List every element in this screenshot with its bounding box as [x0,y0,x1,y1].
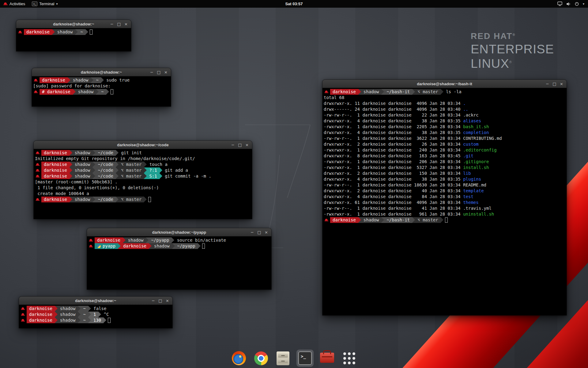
terminal-text: -rw-rw-r--. 1 darknoise darknoise 18630 … [324,182,463,188]
system-status-area[interactable]: ▾ [557,0,588,8]
minimize-button[interactable]: − [108,22,115,26]
terminal-line: darknoiseshadow~1 ^C [20,312,172,317]
terminal-text: -rwxrwxr-x. 1 darknoise darknoise 961 Ja… [324,211,463,217]
terminal-line: drwxrwxr-x. 4 darknoise darknoise 38 Jan… [324,130,567,136]
titlebar[interactable]: darknoise@shadow:~ − □ × [32,68,171,76]
prompt-segment-path: ~/code [95,197,116,202]
powerline-arrow-shape [358,89,361,94]
dock-chrome-button[interactable] [252,350,270,367]
powerline-arrow-shape [96,89,99,94]
prompt-segment-user: darknoise [27,312,55,317]
powerline-arrow-shape [92,150,95,155]
titlebar[interactable]: darknoise@shadow:~ − □ × [19,297,172,305]
close-button[interactable]: × [123,22,130,26]
window-title: darknoise@shadow:~ [81,70,122,75]
titlebar[interactable]: darknoise@shadow:~/bash-it − □ × [322,80,567,88]
dock-toolbox-button[interactable] [318,350,336,367]
powerline-arrow-icon [92,167,95,173]
app-menu-terminal[interactable]: >_ Terminal ▾ [28,0,61,8]
terminal-window-home-1: darknoise@shadow:~ − □ × darknoiseshadow… [16,20,131,51]
terminal-content[interactable]: darknoiseshadow~/pyapp source bin/activa… [87,236,271,289]
terminal-text: drwxrwxr-x. 8 darknoise darknoise 163 Ja… [324,153,463,159]
minimize-button[interactable]: − [544,82,551,86]
terminal-line: darknoiseshadow~130 [20,317,172,323]
app-grid-icon [343,352,355,364]
clock[interactable]: Sat 03:57 [283,0,304,8]
dock-files-button[interactable] [274,350,292,367]
powerline-arrow-icon [70,162,72,167]
window-controls: − □ × [229,141,251,149]
powerline-arrow-shape [92,162,95,167]
powerline-arrow-shape [70,173,72,179]
minimize-button[interactable]: − [148,70,155,75]
terminal-content[interactable]: darknoiseshadow~ sudo true[sudo] passwor… [32,76,171,106]
powerline-arrow-shape [92,167,95,173]
terminal-line: darknoiseshadow~/code⌥ master touch a [35,162,252,167]
powerline-arrow-icon [172,243,175,249]
powerline-arrow-shape [441,89,443,94]
window-controls: − □ × [150,297,171,305]
redhat-prompt-icon [36,174,40,178]
maximize-button[interactable]: □ [256,230,263,235]
toolbox-icon [320,353,334,363]
dock-terminal-button[interactable]: >_ [296,350,314,367]
terminal-line: [master (root-commit) 50bcb63] . [35,179,252,185]
powerline-arrow-shape [75,29,78,35]
maximize-button[interactable]: □ [155,70,162,75]
powerline-arrow-icon [55,312,58,317]
powerline-arrow-shape [441,217,443,223]
grid-dot [343,352,346,355]
close-button[interactable]: × [164,298,171,303]
minimize-button[interactable]: − [249,230,256,235]
terminal-content[interactable]: darknoiseshadow~/code git initInitialize… [34,149,252,219]
powerline-arrow-shape [70,167,72,173]
terminal-text: create mode 100644 a [35,191,89,197]
powerline-arrow-icon [116,150,119,156]
titlebar[interactable]: darknoise@shadow:~/code − □ × [34,141,252,149]
app-menu-label: Terminal [39,2,54,6]
titlebar[interactable]: darknoise@shadow:~ − □ × [16,20,131,28]
terminal-text: -rwxrwxr-x. 1 darknoise darknoise 5327 J… [324,165,463,171]
close-button[interactable]: × [558,82,565,86]
redhat-prompt-icon [36,163,40,166]
terminal-line: drwxrwxr-x. 8 darknoise darknoise 163 Ja… [324,153,567,159]
minimize-button[interactable]: − [229,143,236,147]
powerline-arrow-shape [172,243,175,249]
terminal-window-home-2: darknoise@shadow:~ − □ × darknoiseshadow… [19,297,172,328]
grid-dot [352,357,355,360]
maximize-button[interactable]: □ [115,22,123,26]
terminal-content[interactable]: darknoiseshadow~ falsedarknoiseshadow~1 … [19,305,172,328]
drawer-shape [278,359,288,363]
terminal-line: -rwxrwxr-x. 1 darknoise darknoise 206 Ja… [324,159,567,165]
powerline-arrow-icon [118,243,121,249]
prompt-segment-host: shadow [58,312,78,317]
terminal-content[interactable]: darknoiseshadow~/bash-it⌥ master ls -lat… [322,88,567,315]
chevron-down-icon: ▾ [56,2,58,6]
close-button[interactable]: × [243,143,251,147]
terminal-text: .travis.yml [463,205,492,211]
close-button[interactable]: × [162,70,169,75]
powerline-arrow-shape [381,89,384,94]
window-controls: − □ × [148,68,169,76]
prompt-segment-path: ~ [93,77,101,83]
minimize-button[interactable]: − [150,298,157,303]
powerline-arrow-icon [358,89,361,95]
dock-firefox-button[interactable] [230,350,247,367]
maximize-button[interactable]: □ [157,298,164,303]
maximize-button[interactable]: □ [236,143,243,147]
terminal-content[interactable]: darknoiseshadow~ [16,28,131,51]
window-title: darknoise@shadow:~/bash-it [417,82,472,86]
powerline-arrow-icon [144,173,147,179]
terminal-text: -rwxrwxr-x. 1 darknoise darknoise 2205 J… [324,124,463,130]
close-button[interactable]: × [263,230,270,235]
powerline-arrow-shape [55,306,58,311]
terminal-line: total 68 [324,95,567,101]
powerline-arrow-shape [146,237,149,243]
chrome-icon [254,351,268,365]
activities-button[interactable]: Activities [0,0,28,8]
prompt-segment-path: ~/pyapp [175,243,198,249]
maximize-button[interactable]: □ [551,82,558,86]
titlebar[interactable]: darknoise@shadow:~/pyapp − □ × [87,228,271,236]
redhat-prompt-icon [36,169,40,172]
dock-show-applications-button[interactable] [341,350,358,367]
